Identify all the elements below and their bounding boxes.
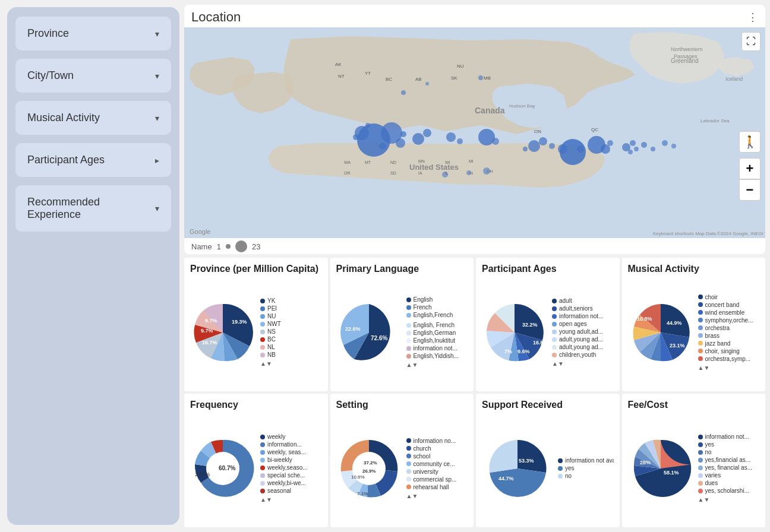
map-zoom-out-button[interactable]: − xyxy=(739,179,760,201)
map-svg: Northwestern Passages Canada Hudson Bay … xyxy=(184,27,765,238)
svg-point-40 xyxy=(423,129,431,137)
legend-item: weekly xyxy=(260,433,322,440)
ages-chart-title: Participant Ages xyxy=(482,264,614,274)
recommended-experience-filter[interactable]: Recommended Experience ▾ xyxy=(15,185,171,232)
svg-text:ND: ND xyxy=(390,160,396,164)
svg-point-47 xyxy=(549,143,555,149)
svg-text:29.5%: 29.5% xyxy=(195,471,210,477)
legend-item: church xyxy=(406,445,468,452)
svg-point-57 xyxy=(634,147,639,151)
svg-text:72.6%: 72.6% xyxy=(371,335,387,341)
legend-item: yes, financial as... xyxy=(698,464,760,471)
language-chart-card: Primary Language 72.6% 22.6% English Fre… xyxy=(330,258,474,391)
svg-text:WI: WI xyxy=(445,160,450,164)
legend-item: adult xyxy=(552,297,614,304)
map-zoom-in-button[interactable]: + xyxy=(739,158,760,179)
svg-point-35 xyxy=(379,142,386,150)
language-pie: 72.6% 22.6% xyxy=(336,300,402,365)
legend-item: English,French xyxy=(406,312,468,318)
svg-text:YT: YT xyxy=(365,71,371,76)
fee-pie: 58.1% 28% xyxy=(628,436,693,501)
province-chart-card: Province (per Million Capita) 19.3% 16.7… xyxy=(184,258,328,391)
legend-item: yes,financial as... xyxy=(698,457,760,463)
svg-point-51 xyxy=(577,145,584,153)
svg-text:AB: AB xyxy=(415,77,422,82)
legend-expand[interactable]: ▲▼ xyxy=(698,496,760,503)
map-container: Northwestern Passages Canada Hudson Bay … xyxy=(184,27,765,238)
svg-text:22.6%: 22.6% xyxy=(345,326,361,332)
svg-point-67 xyxy=(662,140,668,146)
province-filter-label: Province xyxy=(27,27,69,40)
svg-text:10.8%: 10.8% xyxy=(637,316,652,322)
svg-text:23.1%: 23.1% xyxy=(670,343,685,349)
svg-point-34 xyxy=(396,138,405,148)
legend-expand[interactable]: ▲▼ xyxy=(260,360,322,367)
musical-activity-filter[interactable]: Musical Activity ▾ xyxy=(15,101,171,135)
participant-ages-filter-label: Participant Ages xyxy=(27,154,105,166)
legend-item: special sche... xyxy=(260,472,322,479)
frequency-chart-card: Frequency 60.7% 29.5% weekly xyxy=(184,394,328,527)
setting-chart-card: Setting xyxy=(330,394,474,527)
language-legend: English French English,French English, F… xyxy=(406,296,468,368)
city-town-filter[interactable]: City/Town ▾ xyxy=(15,59,171,93)
legend-item: bi-weekly xyxy=(260,457,322,463)
fee-chart-body: 58.1% 28% information not... yes no yes,… xyxy=(628,413,760,524)
svg-point-60 xyxy=(651,147,655,151)
legend-item: NU xyxy=(260,313,322,319)
province-filter[interactable]: Province ▾ xyxy=(15,17,171,50)
legend-item: NB xyxy=(260,352,322,358)
legend-item: NL xyxy=(260,344,322,350)
legend-item: no xyxy=(698,449,760,455)
svg-text:28%: 28% xyxy=(640,460,651,466)
legend-expand[interactable]: ▲▼ xyxy=(406,362,468,368)
legend-item: jazz band xyxy=(698,340,760,347)
svg-point-58 xyxy=(628,150,633,154)
province-chart-body: 19.3% 16.7% 9.7% 9.7% YK PEI NU NWT NS B… xyxy=(190,277,322,388)
legend-expand[interactable]: ▲▼ xyxy=(698,365,760,371)
ages-chart-body: 32.2% 9.6% 7% 16.6% adult adult,seniors … xyxy=(482,277,614,388)
legend-expand[interactable]: ▲▼ xyxy=(406,493,468,499)
map-section: Location ⋮ xyxy=(184,5,765,254)
map-menu-icon[interactable]: ⋮ xyxy=(747,11,758,24)
legend-item: weekly,bi-we... xyxy=(260,480,322,486)
legend-item: yes xyxy=(558,465,614,471)
map-legend-large-circle xyxy=(235,240,247,252)
fee-legend: information not... yes no yes,financial … xyxy=(698,433,760,503)
recommended-experience-filter-label: Recommended Experience xyxy=(27,196,155,221)
svg-text:44.7%: 44.7% xyxy=(498,476,514,482)
legend-item: NWT xyxy=(260,321,322,327)
svg-text:Canada: Canada xyxy=(475,106,505,115)
legend-item: YK xyxy=(260,297,322,304)
map-legend-min: 1 xyxy=(217,242,221,251)
frequency-chart-title: Frequency xyxy=(190,400,322,410)
legend-item: adult,young ad... xyxy=(552,344,614,350)
support-chart-body: 53.3% 44.7% information not available ye… xyxy=(482,413,614,524)
svg-point-66 xyxy=(478,75,483,80)
legend-item: orchestra,symp... xyxy=(698,356,760,362)
map-title: Location xyxy=(191,10,241,25)
participant-ages-arrow-icon: ▸ xyxy=(155,156,159,165)
frequency-chart-body: 60.7% 29.5% weekly information... weekly… xyxy=(190,413,322,524)
musical-activity-chart-card: Musical Activity xyxy=(622,258,766,391)
setting-chart-title: Setting xyxy=(336,400,468,410)
svg-text:NT: NT xyxy=(338,74,345,79)
svg-text:10.6%: 10.6% xyxy=(351,474,365,480)
legend-item: English, French xyxy=(406,322,468,328)
legend-expand[interactable]: ▲▼ xyxy=(552,360,614,367)
musical-activity-arrow-icon: ▾ xyxy=(155,113,159,123)
province-legend: YK PEI NU NWT NS BC NL NB ▲▼ xyxy=(260,297,322,367)
participant-ages-filter[interactable]: Participant Ages ▸ xyxy=(15,143,171,177)
svg-text:19.3%: 19.3% xyxy=(232,319,247,325)
svg-point-53 xyxy=(601,144,610,154)
svg-point-37 xyxy=(353,134,359,140)
map-legend-small-circle xyxy=(226,244,231,249)
svg-text:Iceland: Iceland xyxy=(725,76,743,82)
legend-expand[interactable]: ▲▼ xyxy=(260,496,322,503)
map-expand-button[interactable]: ⛶ xyxy=(741,32,760,51)
legend-item: weekly,seaso... xyxy=(260,464,322,471)
legend-item: yes, scholarshi... xyxy=(698,487,760,494)
svg-text:44.9%: 44.9% xyxy=(667,320,682,326)
svg-text:Greenland: Greenland xyxy=(671,58,699,64)
legend-item: dues xyxy=(698,480,760,486)
svg-point-44 xyxy=(492,138,499,145)
